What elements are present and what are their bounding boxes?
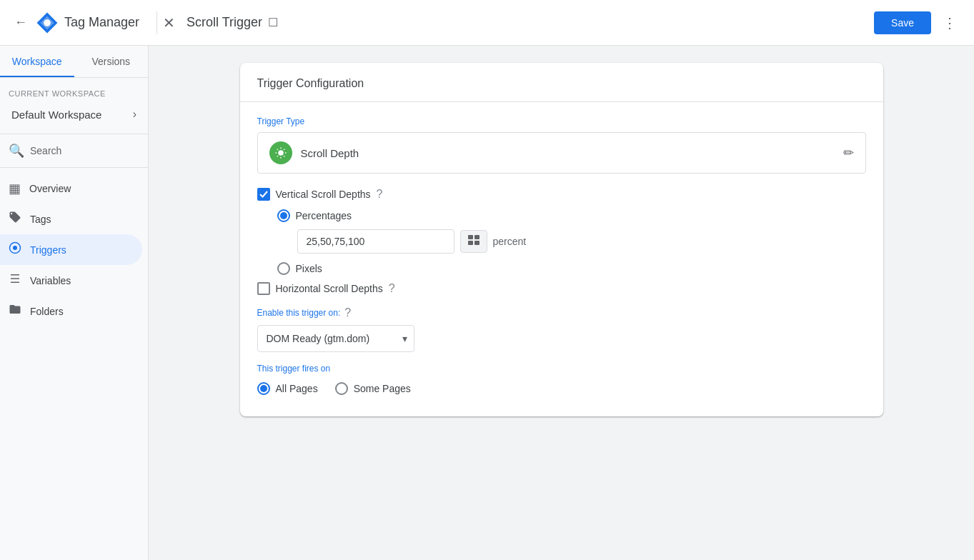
workspace-section: CURRENT WORKSPACE Default Workspace ›: [0, 78, 148, 131]
enable-trigger-section: Enable this trigger on: ? DOM Ready (gtm…: [257, 306, 866, 352]
horizontal-scroll-checkbox-label[interactable]: Horizontal Scroll Depths: [257, 282, 383, 295]
some-pages-radio[interactable]: [335, 382, 348, 395]
pixels-radio[interactable]: [277, 262, 290, 275]
horizontal-scroll-help-icon[interactable]: ?: [389, 282, 395, 295]
dialog-title: Scroll Trigger: [187, 15, 262, 30]
save-button[interactable]: Save: [874, 11, 931, 34]
triggers-icon: [9, 241, 21, 258]
variables-label: Variables: [30, 275, 71, 286]
close-button[interactable]: ✕: [157, 9, 181, 37]
svg-point-2: [44, 19, 51, 26]
search-label: Search: [30, 145, 61, 156]
svg-rect-8: [468, 241, 473, 245]
folders-label: Folders: [30, 306, 64, 317]
db-icon-button[interactable]: [460, 230, 487, 253]
pixels-radio-label[interactable]: Pixels: [277, 262, 866, 275]
search-area[interactable]: 🔍 Search: [0, 137, 148, 164]
trigger-type-left: Scroll Depth: [269, 141, 359, 164]
svg-rect-7: [474, 235, 479, 239]
svg-point-5: [278, 150, 284, 156]
workspace-name: Default Workspace: [11, 109, 101, 121]
sidebar-nav: ▦ Overview Tags Triggers Variables: [0, 171, 148, 329]
more-options-button[interactable]: ⋮: [937, 9, 963, 37]
folder-icon[interactable]: ☐: [268, 16, 278, 29]
sidebar-tabs: Workspace Versions: [0, 46, 148, 78]
svg-rect-9: [474, 241, 479, 245]
app-logo: [36, 11, 59, 34]
percentages-radio[interactable]: [277, 209, 290, 222]
workspace-selector[interactable]: Default Workspace ›: [9, 104, 139, 125]
enable-trigger-label: Enable this trigger on: ?: [257, 306, 866, 319]
tab-versions[interactable]: Versions: [74, 46, 149, 77]
sidebar: Workspace Versions CURRENT WORKSPACE Def…: [0, 46, 149, 560]
back-button[interactable]: ←: [11, 12, 30, 33]
percentages-label: Percentages: [296, 210, 352, 221]
header-actions: Save ⋮: [874, 9, 963, 37]
some-pages-radio-label[interactable]: Some Pages: [335, 382, 411, 395]
panel-header: Trigger Configuration: [240, 63, 883, 102]
top-header: ← Tag Manager ✕ Scroll Trigger ☐ Save ⋮: [0, 0, 974, 46]
vertical-scroll-checkbox[interactable]: [257, 188, 270, 201]
trigger-type-selector[interactable]: Scroll Depth ✏: [257, 132, 866, 174]
sidebar-item-folders[interactable]: Folders: [0, 296, 142, 326]
content-area: Trigger Configuration Trigger Type Scrol…: [149, 46, 974, 560]
enable-trigger-select-wrapper: DOM Ready (gtm.dom) Window Loaded Page V…: [257, 325, 414, 352]
all-pages-label: All Pages: [276, 383, 318, 394]
tags-icon: [9, 211, 21, 227]
trigger-icon-circle: [269, 141, 292, 164]
vertical-scroll-label: Vertical Scroll Depths: [276, 189, 371, 200]
percentages-radio-label[interactable]: Percentages: [277, 209, 866, 222]
horizontal-scroll-checkbox[interactable]: [257, 282, 270, 295]
panel-body: Trigger Type Scroll Depth ✏: [240, 102, 883, 416]
variables-icon: [9, 272, 21, 289]
sidebar-item-overview[interactable]: ▦ Overview: [0, 174, 142, 204]
percentages-input-row: percent: [277, 229, 866, 254]
workspace-section-label: CURRENT WORKSPACE: [9, 89, 139, 98]
vertical-scroll-help-icon[interactable]: ?: [377, 188, 383, 201]
fires-on-label: This trigger fires on: [257, 364, 866, 374]
panel-title: Trigger Configuration: [257, 77, 364, 89]
pixels-label: Pixels: [296, 263, 322, 274]
sidebar-divider-1: [0, 134, 148, 134]
search-icon: 🔍: [9, 143, 24, 159]
sidebar-item-tags[interactable]: Tags: [0, 204, 142, 234]
horizontal-scroll-row: Horizontal Scroll Depths ?: [257, 282, 866, 295]
dialog-panel: Trigger Configuration Trigger Type Scrol…: [240, 63, 883, 416]
vertical-scroll-row: Vertical Scroll Depths ?: [257, 188, 866, 201]
all-pages-radio-label[interactable]: All Pages: [257, 382, 318, 395]
overview-label: Overview: [29, 183, 71, 194]
overview-icon: ▦: [9, 181, 21, 196]
svg-point-4: [13, 246, 17, 250]
svg-rect-6: [468, 235, 473, 239]
trigger-type-name: Scroll Depth: [301, 147, 359, 159]
percentages-input[interactable]: [297, 229, 454, 254]
sidebar-divider-2: [0, 167, 148, 168]
tab-workspace[interactable]: Workspace: [0, 46, 74, 77]
fires-on-radio-group: All Pages Some Pages: [257, 382, 866, 402]
triggers-label: Triggers: [30, 244, 66, 256]
trigger-type-label: Trigger Type: [257, 116, 866, 126]
chevron-right-icon: ›: [133, 108, 136, 121]
edit-icon[interactable]: ✏: [843, 145, 854, 161]
sidebar-item-triggers[interactable]: Triggers: [0, 234, 142, 265]
tags-label: Tags: [30, 214, 51, 225]
sidebar-item-variables[interactable]: Variables: [0, 265, 142, 296]
dialog-header: ✕ Scroll Trigger ☐: [157, 9, 874, 37]
main-layout: Workspace Versions CURRENT WORKSPACE Def…: [0, 46, 974, 560]
horizontal-scroll-label: Horizontal Scroll Depths: [276, 283, 383, 294]
folders-icon: [9, 303, 21, 319]
vertical-scroll-checkbox-label[interactable]: Vertical Scroll Depths: [257, 188, 371, 201]
app-name: Tag Manager: [64, 15, 139, 30]
some-pages-label: Some Pages: [354, 383, 411, 394]
unit-label: percent: [493, 236, 527, 247]
all-pages-radio[interactable]: [257, 382, 270, 395]
enable-trigger-select[interactable]: DOM Ready (gtm.dom) Window Loaded Page V…: [257, 325, 414, 352]
radio-group: Percentages perce: [257, 209, 866, 275]
enable-trigger-help-icon[interactable]: ?: [344, 306, 351, 319]
fires-on-section: This trigger fires on All Pages Some Pag…: [257, 364, 866, 402]
